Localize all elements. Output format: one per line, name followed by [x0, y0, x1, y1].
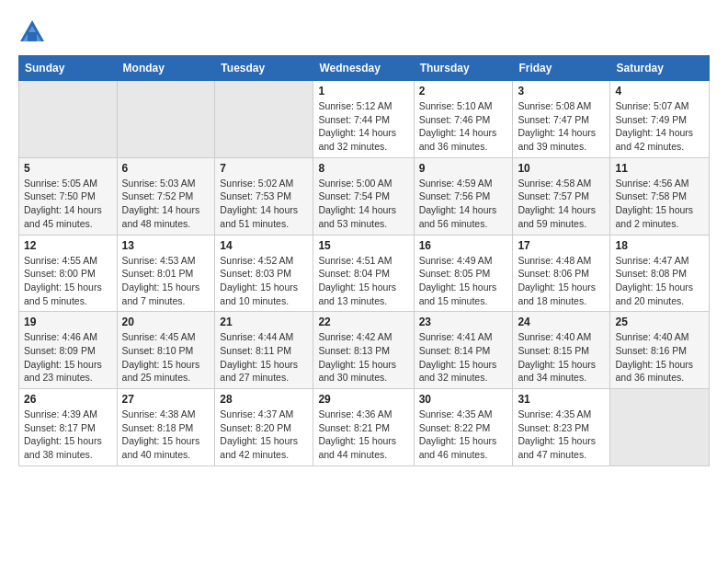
calendar-cell: 18Sunrise: 4:47 AM Sunset: 8:08 PM Dayli…: [610, 235, 710, 312]
day-info: Sunrise: 4:49 AM Sunset: 8:05 PM Dayligh…: [419, 254, 508, 308]
calendar-week-row: 19Sunrise: 4:46 AM Sunset: 8:09 PM Dayli…: [19, 312, 710, 389]
calendar-cell: [117, 81, 215, 158]
calendar-week-row: 5Sunrise: 5:05 AM Sunset: 7:50 PM Daylig…: [19, 157, 710, 235]
calendar-cell: 9Sunrise: 4:59 AM Sunset: 7:56 PM Daylig…: [414, 157, 513, 235]
calendar-cell: 17Sunrise: 4:48 AM Sunset: 8:06 PM Dayli…: [513, 235, 610, 312]
day-number: 13: [122, 239, 210, 252]
calendar-week-row: 26Sunrise: 4:39 AM Sunset: 8:17 PM Dayli…: [19, 389, 710, 466]
day-number: 27: [122, 393, 210, 406]
calendar-cell: 26Sunrise: 4:39 AM Sunset: 8:17 PM Dayli…: [19, 389, 118, 466]
calendar-week-row: 1Sunrise: 5:12 AM Sunset: 7:44 PM Daylig…: [19, 81, 710, 158]
calendar-cell: 23Sunrise: 4:41 AM Sunset: 8:14 PM Dayli…: [414, 312, 513, 389]
day-info: Sunrise: 4:55 AM Sunset: 8:00 PM Dayligh…: [24, 254, 112, 308]
day-number: 12: [24, 239, 112, 252]
day-number: 22: [318, 316, 408, 328]
column-header-wednesday: Wednesday: [313, 56, 414, 81]
day-info: Sunrise: 4:58 AM Sunset: 7:57 PM Dayligh…: [518, 177, 605, 231]
day-number: 28: [220, 393, 308, 406]
column-header-tuesday: Tuesday: [215, 56, 313, 81]
day-number: 23: [419, 316, 508, 328]
calendar-cell: 10Sunrise: 4:58 AM Sunset: 7:57 PM Dayli…: [513, 157, 610, 235]
day-number: 20: [122, 316, 210, 328]
calendar-table: SundayMondayTuesdayWednesdayThursdayFrid…: [18, 55, 710, 466]
day-number: 19: [24, 316, 112, 328]
day-number: 9: [419, 162, 508, 175]
calendar-cell: 19Sunrise: 4:46 AM Sunset: 8:09 PM Dayli…: [19, 312, 118, 389]
calendar-cell: 24Sunrise: 4:40 AM Sunset: 8:15 PM Dayli…: [513, 312, 610, 389]
day-number: 8: [318, 162, 408, 175]
day-number: 5: [24, 162, 112, 175]
day-number: 11: [615, 162, 704, 175]
calendar-cell: 31Sunrise: 4:35 AM Sunset: 8:23 PM Dayli…: [513, 389, 610, 466]
day-info: Sunrise: 4:42 AM Sunset: 8:13 PM Dayligh…: [318, 330, 408, 385]
column-header-friday: Friday: [513, 56, 610, 81]
calendar-cell: 8Sunrise: 5:00 AM Sunset: 7:54 PM Daylig…: [313, 157, 414, 235]
day-number: 10: [518, 162, 605, 175]
day-number: 16: [419, 239, 508, 252]
day-info: Sunrise: 4:38 AM Sunset: 8:18 PM Dayligh…: [122, 408, 210, 462]
day-number: 6: [122, 162, 210, 175]
day-number: 24: [518, 316, 605, 328]
column-header-saturday: Saturday: [610, 56, 710, 81]
day-number: 29: [318, 393, 408, 406]
calendar-cell: 22Sunrise: 4:42 AM Sunset: 8:13 PM Dayli…: [313, 312, 414, 389]
column-header-thursday: Thursday: [414, 56, 513, 81]
logo: [18, 18, 50, 46]
calendar-cell: 27Sunrise: 4:38 AM Sunset: 8:18 PM Dayli…: [117, 389, 215, 466]
day-number: 4: [615, 85, 704, 98]
calendar-cell: [215, 81, 313, 158]
day-info: Sunrise: 4:45 AM Sunset: 8:10 PM Dayligh…: [122, 330, 210, 385]
day-info: Sunrise: 4:35 AM Sunset: 8:22 PM Dayligh…: [419, 408, 508, 462]
logo-icon: [18, 18, 46, 46]
day-info: Sunrise: 4:40 AM Sunset: 8:15 PM Dayligh…: [518, 330, 605, 385]
calendar-cell: [610, 389, 710, 466]
day-info: Sunrise: 5:02 AM Sunset: 7:53 PM Dayligh…: [220, 177, 308, 231]
day-info: Sunrise: 5:07 AM Sunset: 7:49 PM Dayligh…: [615, 99, 704, 154]
calendar-cell: 3Sunrise: 5:08 AM Sunset: 7:47 PM Daylig…: [513, 81, 610, 158]
day-number: 18: [615, 239, 704, 252]
calendar-cell: 4Sunrise: 5:07 AM Sunset: 7:49 PM Daylig…: [610, 81, 710, 158]
day-number: 26: [24, 393, 112, 406]
calendar-cell: 2Sunrise: 5:10 AM Sunset: 7:46 PM Daylig…: [414, 81, 513, 158]
page-header: [18, 18, 710, 46]
day-info: Sunrise: 5:10 AM Sunset: 7:46 PM Dayligh…: [419, 99, 508, 154]
calendar-cell: 21Sunrise: 4:44 AM Sunset: 8:11 PM Dayli…: [215, 312, 313, 389]
svg-rect-3: [28, 32, 37, 41]
day-info: Sunrise: 4:36 AM Sunset: 8:21 PM Dayligh…: [318, 408, 408, 462]
day-number: 1: [318, 85, 408, 98]
calendar-cell: 29Sunrise: 4:36 AM Sunset: 8:21 PM Dayli…: [313, 389, 414, 466]
calendar-cell: 15Sunrise: 4:51 AM Sunset: 8:04 PM Dayli…: [313, 235, 414, 312]
day-number: 31: [518, 393, 605, 406]
day-number: 14: [220, 239, 308, 252]
calendar-cell: 12Sunrise: 4:55 AM Sunset: 8:00 PM Dayli…: [19, 235, 118, 312]
day-info: Sunrise: 4:41 AM Sunset: 8:14 PM Dayligh…: [419, 330, 508, 385]
day-info: Sunrise: 4:56 AM Sunset: 7:58 PM Dayligh…: [615, 177, 704, 231]
day-info: Sunrise: 4:35 AM Sunset: 8:23 PM Dayligh…: [518, 408, 605, 462]
column-header-sunday: Sunday: [19, 56, 118, 81]
calendar-cell: [19, 81, 118, 158]
day-number: 25: [615, 316, 704, 328]
day-info: Sunrise: 4:51 AM Sunset: 8:04 PM Dayligh…: [318, 254, 408, 308]
calendar-header-row: SundayMondayTuesdayWednesdayThursdayFrid…: [19, 56, 710, 81]
day-info: Sunrise: 4:47 AM Sunset: 8:08 PM Dayligh…: [615, 254, 704, 308]
calendar-cell: 6Sunrise: 5:03 AM Sunset: 7:52 PM Daylig…: [117, 157, 215, 235]
calendar-cell: 30Sunrise: 4:35 AM Sunset: 8:22 PM Dayli…: [414, 389, 513, 466]
day-number: 30: [419, 393, 508, 406]
calendar-cell: 5Sunrise: 5:05 AM Sunset: 7:50 PM Daylig…: [19, 157, 118, 235]
day-info: Sunrise: 5:03 AM Sunset: 7:52 PM Dayligh…: [122, 177, 210, 231]
day-info: Sunrise: 4:59 AM Sunset: 7:56 PM Dayligh…: [419, 177, 508, 231]
day-info: Sunrise: 4:52 AM Sunset: 8:03 PM Dayligh…: [220, 254, 308, 308]
day-number: 3: [518, 85, 605, 98]
day-info: Sunrise: 5:05 AM Sunset: 7:50 PM Dayligh…: [24, 177, 112, 231]
day-number: 17: [518, 239, 605, 252]
calendar-cell: 25Sunrise: 4:40 AM Sunset: 8:16 PM Dayli…: [610, 312, 710, 389]
calendar-cell: 13Sunrise: 4:53 AM Sunset: 8:01 PM Dayli…: [117, 235, 215, 312]
calendar-cell: 20Sunrise: 4:45 AM Sunset: 8:10 PM Dayli…: [117, 312, 215, 389]
day-info: Sunrise: 4:37 AM Sunset: 8:20 PM Dayligh…: [220, 408, 308, 462]
column-header-monday: Monday: [117, 56, 215, 81]
calendar-cell: 11Sunrise: 4:56 AM Sunset: 7:58 PM Dayli…: [610, 157, 710, 235]
calendar-cell: 7Sunrise: 5:02 AM Sunset: 7:53 PM Daylig…: [215, 157, 313, 235]
calendar-cell: 28Sunrise: 4:37 AM Sunset: 8:20 PM Dayli…: [215, 389, 313, 466]
day-info: Sunrise: 4:53 AM Sunset: 8:01 PM Dayligh…: [122, 254, 210, 308]
day-number: 21: [220, 316, 308, 328]
